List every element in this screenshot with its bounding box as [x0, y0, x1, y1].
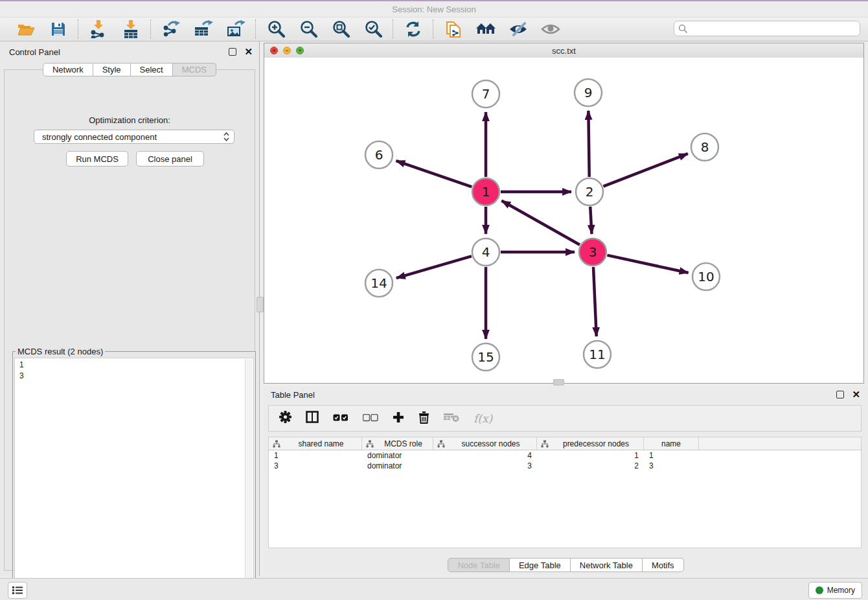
zoom-in-icon[interactable] [266, 19, 286, 39]
table-cell[interactable]: 3 [269, 461, 362, 470]
graph-node-4[interactable]: 4 [472, 238, 499, 266]
tab-motifs[interactable]: Motifs [643, 558, 684, 572]
float-panel-icon[interactable] [229, 48, 236, 56]
column-header-name[interactable]: name [644, 437, 699, 450]
search-field[interactable] [674, 21, 860, 36]
graph-node-11[interactable]: 11 [584, 341, 611, 368]
graph-edge-2-9[interactable] [588, 111, 589, 177]
vertical-splitter-handle[interactable] [257, 297, 264, 312]
double-house-icon[interactable] [475, 19, 496, 39]
export-image-icon[interactable] [225, 19, 246, 39]
zoom-out-icon[interactable] [298, 19, 319, 39]
control-panel-title: Control Panel [9, 47, 60, 57]
graph-edge-1-6[interactable] [396, 161, 472, 187]
close-table-panel-icon[interactable]: ✕ [852, 391, 860, 398]
graph-node-9[interactable]: 9 [575, 79, 602, 106]
task-history-button[interactable] [8, 582, 27, 599]
export-network-icon[interactable] [161, 19, 181, 39]
table-cell[interactable]: 1 [269, 451, 362, 460]
tab-network[interactable]: Network [43, 63, 93, 76]
close-window-icon[interactable]: × [270, 47, 278, 54]
zoom-fit-icon[interactable] [330, 19, 351, 39]
graph-node-10[interactable]: 10 [692, 263, 720, 290]
graph-edge-3-11[interactable] [593, 267, 597, 336]
zoom-selected-icon[interactable] [363, 19, 383, 39]
column-header-shared-name[interactable]: shared name [269, 437, 362, 450]
export-table-icon[interactable] [193, 19, 214, 39]
refresh-icon[interactable] [403, 19, 424, 39]
graph-node-2[interactable]: 2 [576, 178, 603, 205]
search-input[interactable] [688, 23, 860, 34]
criterion-dropdown[interactable]: strongly connected component [34, 130, 234, 144]
tab-mcds[interactable]: MCDS [173, 63, 216, 76]
graph-node-3[interactable]: 3 [579, 238, 606, 266]
network-canvas[interactable]: 7968124314101511 [264, 58, 863, 383]
network-window-titlebar[interactable]: scc.txt × − + [264, 43, 863, 58]
memory-button[interactable]: Memory [808, 582, 862, 599]
graph-node-1[interactable]: 1 [472, 178, 499, 205]
tab-style[interactable]: Style [93, 63, 131, 76]
graph-node-7[interactable]: 7 [472, 80, 499, 108]
refresh-group [394, 19, 433, 39]
table-body: 1dominator4113dominator323 [269, 450, 861, 471]
graph-edge-2-8[interactable] [603, 154, 687, 187]
column-header-predecessor-nodes[interactable]: predecessor nodes [537, 437, 644, 450]
run-mcds-button[interactable]: Run MCDS [66, 151, 128, 167]
tab-edge-table[interactable]: Edge Table [510, 558, 571, 572]
table-cell[interactable]: dominator [362, 451, 433, 460]
control-panel-tabs: NetworkStyleSelectMCDS [0, 63, 259, 76]
session-group [6, 19, 78, 39]
tab-select[interactable]: Select [131, 63, 173, 76]
table-row[interactable]: 3dominator323 [269, 461, 861, 471]
horizontal-splitter-handle[interactable] [553, 379, 564, 386]
table-cell[interactable]: 3 [433, 461, 537, 470]
tab-network-table[interactable]: Network Table [571, 558, 643, 572]
float-table-panel-icon[interactable] [836, 391, 844, 398]
graph-edge-2-3[interactable] [590, 207, 591, 234]
mcds-result-item[interactable]: 3 [19, 371, 246, 382]
graph-node-15[interactable]: 15 [472, 343, 499, 371]
table-panel-title: Table Panel [271, 390, 315, 400]
table-row[interactable]: 1dominator411 [269, 450, 861, 461]
tab-node-table[interactable]: Node Table [448, 558, 510, 572]
graph-edge-3-10[interactable] [607, 255, 688, 273]
minimize-window-icon[interactable]: − [283, 47, 291, 54]
close-panel-icon[interactable]: ✕ [244, 49, 253, 55]
graph-edge-4-14[interactable] [396, 256, 472, 278]
zoom-window-icon[interactable]: + [296, 47, 304, 54]
table-settings-gear-icon[interactable] [279, 411, 291, 426]
column-header-label: successor nodes [445, 439, 536, 448]
table-cell[interactable]: dominator [362, 461, 433, 470]
svg-text:7: 7 [482, 86, 490, 102]
eye-slash-icon[interactable] [508, 19, 529, 39]
delete-column-trash-icon[interactable] [418, 411, 429, 426]
svg-text:6: 6 [375, 147, 383, 163]
list-icon [12, 586, 23, 595]
table-cell[interactable]: 3 [644, 461, 699, 470]
unselect-all-columns-icon[interactable] [363, 413, 378, 424]
add-column-plus-icon[interactable] [393, 411, 404, 426]
graph-node-8[interactable]: 8 [691, 133, 718, 161]
eye-icon[interactable] [540, 19, 561, 39]
save-floppy-icon[interactable] [48, 19, 69, 39]
table-cell[interactable]: 2 [537, 461, 644, 470]
import-table-icon[interactable] [120, 19, 141, 39]
import-network-icon[interactable] [88, 19, 109, 39]
graph-edge-3-1[interactable] [501, 201, 580, 245]
column-header-MCDS-role[interactable]: MCDS role [362, 437, 433, 450]
graph-node-14[interactable]: 14 [365, 270, 393, 297]
show-column-panel-icon[interactable] [306, 411, 319, 426]
svg-text:10: 10 [698, 269, 714, 284]
table-cell[interactable]: 1 [644, 451, 699, 460]
close-panel-button[interactable]: Close panel [136, 151, 204, 167]
column-header-successor-nodes[interactable]: successor nodes [433, 437, 537, 450]
open-folder-icon[interactable] [16, 19, 36, 39]
table-cell[interactable]: 1 [537, 451, 644, 460]
table-cell[interactable]: 4 [433, 451, 537, 460]
mcds-scrollbar[interactable] [245, 359, 253, 595]
mcds-result-item[interactable]: 1 [19, 360, 246, 371]
select-all-columns-icon[interactable] [333, 413, 348, 424]
graph-node-6[interactable]: 6 [365, 141, 393, 168]
svg-text:8: 8 [701, 139, 709, 155]
documents-share-icon[interactable] [443, 19, 464, 39]
